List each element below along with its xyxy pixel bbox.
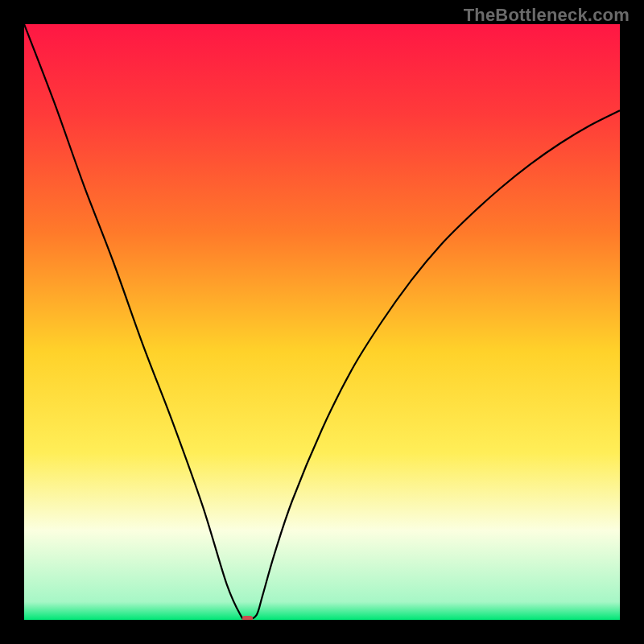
chart-plot-area (24, 24, 620, 620)
chart-svg (24, 24, 620, 620)
watermark-text: TheBottleneck.com (464, 5, 630, 26)
minimum-marker-icon (242, 616, 253, 620)
chart-frame: TheBottleneck.com (0, 0, 644, 644)
gradient-background (24, 24, 620, 620)
